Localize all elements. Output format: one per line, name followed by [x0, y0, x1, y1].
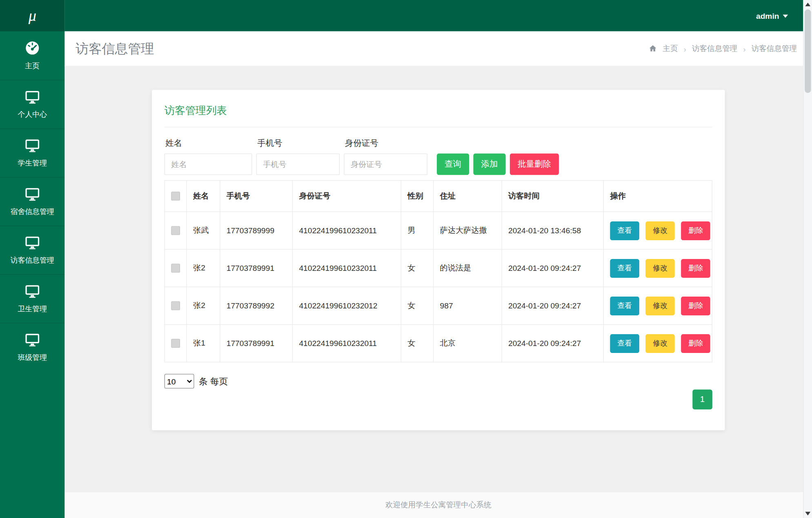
topbar: admin [65, 0, 812, 31]
sidebar: μ 主页 [0, 0, 65, 518]
sidebar-item-hygiene-management[interactable]: 卫生管理 [0, 274, 65, 323]
row-checkbox[interactable] [171, 301, 180, 310]
main-column: admin 访客信息管理 主页 › 访客信息管理 › 访客信息管理 [65, 0, 812, 518]
cell-visit-time: 2024-01-20 09:24:27 [502, 287, 603, 324]
app-logo[interactable]: μ [0, 0, 65, 31]
edit-button[interactable]: 修改 [645, 221, 675, 240]
page-size-select[interactable]: 10 [165, 374, 194, 388]
col-header-actions: 操作 [603, 181, 712, 212]
edit-button[interactable]: 修改 [645, 334, 675, 353]
page-1-button[interactable]: 1 [692, 390, 712, 410]
col-header-phone: 手机号 [220, 181, 293, 212]
cell-gender: 女 [401, 324, 433, 362]
page-header: 访客信息管理 主页 › 访客信息管理 › 访客信息管理 [65, 31, 812, 67]
delete-button[interactable]: 删除 [681, 334, 711, 353]
app-window: μ 主页 [0, 0, 812, 518]
card-title: 访客管理列表 [165, 90, 712, 127]
cell-id-card: 410224199610232011 [292, 212, 401, 249]
cell-name: 张武 [187, 212, 220, 249]
breadcrumb-current: 访客信息管理 [752, 44, 797, 54]
sidebar-item-label: 个人中心 [18, 110, 47, 119]
sidebar-item-personal-center[interactable]: 个人中心 [0, 80, 65, 129]
vertical-scrollbar[interactable] [803, 0, 812, 518]
scrollbar-thumb[interactable] [805, 9, 811, 93]
select-all-checkbox[interactable] [171, 192, 180, 201]
sidebar-item-student-management[interactable]: 学生管理 [0, 128, 65, 177]
row-checkbox[interactable] [171, 264, 180, 273]
row-checkbox[interactable] [171, 226, 180, 235]
user-menu[interactable]: admin [756, 11, 788, 20]
sidebar-item-visitor-info-management[interactable]: 访客信息管理 [0, 226, 65, 274]
sidebar-item-label: 访客信息管理 [11, 256, 54, 265]
view-button[interactable]: 查看 [610, 334, 639, 353]
per-page-label: 条 每页 [199, 375, 228, 387]
scroll-up-arrow-icon[interactable] [805, 2, 810, 6]
cell-visit-time: 2024-01-20 09:24:27 [502, 249, 603, 287]
col-header-address: 住址 [434, 181, 502, 212]
row-checkbox[interactable] [171, 339, 180, 348]
breadcrumb-home[interactable]: 主页 [663, 44, 678, 54]
id-card-filter-input[interactable] [344, 154, 427, 175]
footer: 欢迎使用学生公寓管理中心系统 [65, 492, 812, 518]
cell-visit-time: 2024-01-20 09:24:27 [502, 324, 603, 362]
col-header-id-card: 身份证号 [292, 181, 401, 212]
edit-button[interactable]: 修改 [645, 296, 675, 315]
caret-down-icon [783, 15, 788, 18]
col-header-gender: 性别 [401, 181, 433, 212]
cell-gender: 男 [401, 212, 433, 249]
cell-name: 张2 [187, 287, 220, 324]
cell-phone: 17703789992 [220, 287, 293, 324]
phone-filter-input[interactable] [256, 154, 340, 175]
view-button[interactable]: 查看 [610, 259, 639, 277]
page-title: 访客信息管理 [76, 40, 154, 57]
add-button[interactable]: 添加 [473, 154, 505, 175]
filter-buttons: 查询 添加 批量删除 [437, 154, 559, 175]
breadcrumb-visitor-management[interactable]: 访客信息管理 [692, 44, 737, 54]
monitor-icon [24, 333, 40, 347]
batch-delete-button[interactable]: 批量删除 [510, 154, 559, 175]
delete-button[interactable]: 删除 [681, 296, 711, 315]
cell-visit-time: 2024-01-20 13:46:58 [502, 212, 603, 249]
pagination: 1 [165, 390, 712, 410]
edit-button[interactable]: 修改 [645, 259, 675, 277]
view-button[interactable]: 查看 [610, 221, 639, 240]
cell-name: 张1 [187, 324, 220, 362]
monitor-icon [24, 284, 40, 299]
col-header-name: 姓名 [187, 181, 220, 212]
sidebar-item-label: 卫生管理 [18, 304, 47, 314]
search-button[interactable]: 查询 [437, 154, 469, 175]
scroll-down-arrow-icon[interactable] [805, 512, 810, 516]
monitor-icon [24, 89, 40, 104]
sidebar-item-dorm-info-management[interactable]: 宿舍信息管理 [0, 177, 65, 226]
cell-id-card: 410224199610232012 [292, 287, 401, 324]
name-filter-label: 姓名 [165, 138, 252, 149]
breadcrumb-separator: › [743, 44, 745, 53]
sidebar-item-label: 主页 [25, 62, 40, 71]
cell-phone: 17703789991 [220, 249, 293, 287]
cell-name: 张2 [187, 249, 220, 287]
cell-address: 的说法是 [434, 249, 502, 287]
dashboard-icon [24, 40, 40, 56]
filter-phone: 手机号 [256, 138, 340, 175]
footer-text: 欢迎使用学生公寓管理中心系统 [385, 500, 491, 510]
content-area: 访客管理列表 姓名 手机号 身份证号 查询 [65, 66, 812, 492]
table-row: 张2 17703789991 410224199610232011 女 的说法是… [165, 249, 712, 287]
cell-actions: 查看 修改 删除 [603, 212, 712, 249]
phone-filter-label: 手机号 [257, 138, 340, 149]
delete-button[interactable]: 删除 [681, 221, 711, 240]
sidebar-item-home[interactable]: 主页 [0, 31, 65, 80]
col-header-visit-time: 访客时间 [502, 181, 603, 212]
sidebar-item-label: 班级管理 [18, 353, 47, 362]
cell-gender: 女 [401, 249, 433, 287]
sidebar-item-class-management[interactable]: 班级管理 [0, 323, 65, 371]
breadcrumb-separator: › [684, 44, 686, 53]
username: admin [756, 11, 779, 20]
sidebar-item-label: 宿舍信息管理 [11, 207, 54, 217]
monitor-icon [24, 138, 40, 153]
name-filter-input[interactable] [165, 154, 252, 175]
monitor-icon [24, 187, 40, 201]
table-row: 张武 17703789999 410224199610232011 男 萨达大萨… [165, 212, 712, 249]
delete-button[interactable]: 删除 [681, 259, 711, 277]
cell-id-card: 410224199610232011 [292, 324, 401, 362]
view-button[interactable]: 查看 [610, 296, 639, 315]
